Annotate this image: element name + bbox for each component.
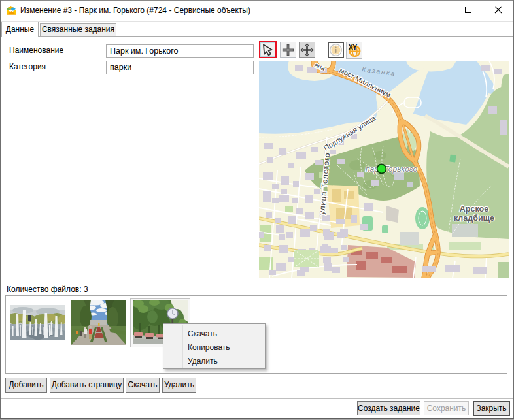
svg-text:Арское: Арское [460,204,488,214]
svg-text:XY: XY [349,43,358,51]
svg-text:кладбище: кладбище [454,214,494,223]
svg-text:парк Горького: парк Горького [366,165,418,174]
